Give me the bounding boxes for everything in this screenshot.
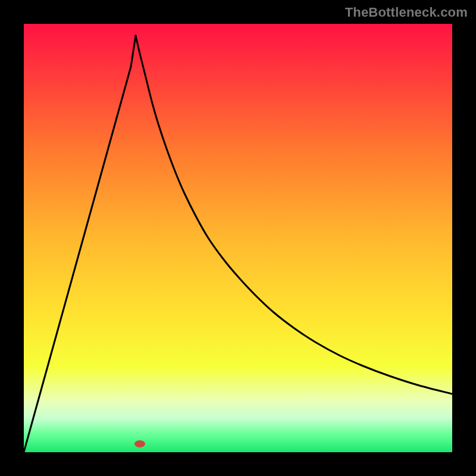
gradient-background [24, 24, 452, 452]
watermark-text: TheBottleneck.com [345, 5, 468, 20]
chart-frame: TheBottleneck.com [0, 0, 476, 476]
bottleneck-chart [24, 24, 452, 452]
bottleneck-marker [134, 440, 145, 447]
